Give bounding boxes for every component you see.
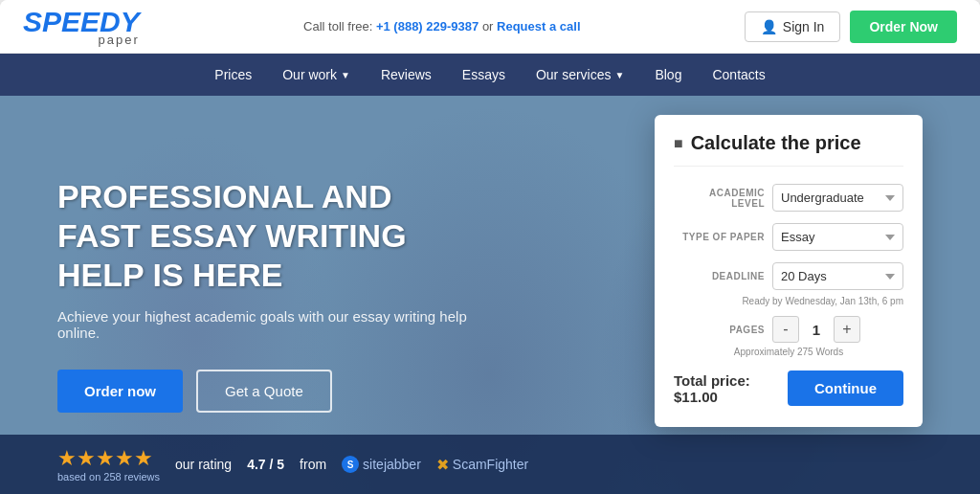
header: SPEEDY paper Call toll free: +1 (888) 22… [0, 0, 980, 54]
nav-reviews-label: Reviews [381, 67, 432, 82]
deadline-field: DEADLINE 3 Hours 6 Hours 12 Hours 24 Hou… [674, 262, 903, 290]
pages-note: Approximately 275 Words [674, 347, 903, 357]
toll-free-label: Call toll free: [303, 19, 372, 34]
nav-item-prices[interactable]: Prices [214, 67, 252, 82]
our-rating-label: our rating [175, 457, 232, 472]
star-rating: ★★★★★ [57, 446, 153, 470]
calc-footer: Total price: $11.00 Continue [674, 370, 903, 406]
calculator-icon: ■ [674, 135, 683, 152]
continue-button[interactable]: Continue [788, 370, 903, 406]
logo: SPEEDY paper [23, 6, 140, 47]
chevron-down-icon-2: ▼ [615, 70, 625, 80]
hero-title: PROFESSIONAL AND FAST ESSAY WRITING HELP… [57, 177, 479, 294]
header-right: 👤 Sign In Order Now [745, 11, 957, 43]
nav-item-our-services[interactable]: Our services ▼ [536, 67, 624, 82]
nav-item-contacts[interactable]: Contacts [712, 67, 765, 82]
hero-order-now-button[interactable]: Order now [57, 370, 183, 413]
or-text: or [482, 19, 494, 34]
scamfighter-source: ✖ ScamFighter [436, 456, 528, 474]
chevron-down-icon: ▼ [341, 70, 350, 80]
deadline-select[interactable]: 3 Hours 6 Hours 12 Hours 24 Hours 2 Days… [772, 262, 903, 290]
nav-item-reviews[interactable]: Reviews [381, 67, 432, 82]
academic-level-label: ACADEMIC LEVEL [674, 188, 765, 209]
phone-link[interactable]: +1 (888) 229-9387 [376, 19, 479, 34]
order-now-header-button[interactable]: Order Now [850, 11, 957, 43]
get-a-quote-button[interactable]: Get a Quote [196, 370, 332, 413]
navigation: Prices Our work ▼ Reviews Essays Our ser… [0, 54, 980, 96]
type-of-paper-select[interactable]: Essay Research Paper Coursework Term Pap… [772, 223, 903, 251]
sitejabber-icon: S [342, 456, 359, 473]
type-of-paper-label: TYPE OF PAPER [674, 232, 765, 242]
nav-prices-label: Prices [214, 67, 252, 82]
user-icon: 👤 [761, 19, 777, 34]
request-call-link[interactable]: Request a call [497, 19, 580, 34]
nav-item-essays[interactable]: Essays [462, 67, 505, 82]
total-price-value: $11.00 [674, 389, 718, 405]
nav-item-our-work[interactable]: Our work ▼ [282, 67, 350, 82]
nav-our-work-label: Our work [282, 67, 337, 82]
pages-controls: - 1 + [772, 316, 860, 343]
header-center: Call toll free: +1 (888) 229-9387 or Req… [303, 19, 580, 34]
hero-section: PROFESSIONAL AND FAST ESSAY WRITING HELP… [0, 96, 980, 494]
nav-item-blog[interactable]: Blog [655, 67, 681, 82]
deadline-note: Ready by Wednesday, Jan 13th, 6 pm [674, 296, 903, 306]
scamfighter-label: ScamFighter [453, 457, 528, 472]
nav-essays-label: Essays [462, 67, 505, 82]
sign-in-label: Sign In [783, 19, 825, 34]
browser-window: SPEEDY paper Call toll free: +1 (888) 22… [0, 0, 980, 494]
pages-label: PAGES [674, 325, 765, 335]
nav-blog-label: Blog [655, 67, 681, 82]
pages-decrement-button[interactable]: - [772, 316, 799, 343]
logo-paper-text: paper [23, 33, 140, 47]
based-on-label: based on 258 reviews [57, 471, 160, 483]
from-label: from [300, 457, 326, 472]
price-calculator: ■ Calculate the price ACADEMIC LEVEL Hig… [655, 115, 923, 427]
total-label: Total price: [674, 372, 750, 389]
pages-value: 1 [805, 322, 828, 338]
sitejabber-source: S sitejabber [342, 456, 421, 473]
nav-contacts-label: Contacts [712, 67, 765, 82]
deadline-label: DEADLINE [674, 271, 765, 281]
pages-field: PAGES - 1 + [674, 316, 903, 343]
academic-level-field: ACADEMIC LEVEL High School Undergraduate… [674, 184, 903, 212]
nav-our-services-label: Our services [536, 67, 612, 82]
calc-title-row: ■ Calculate the price [674, 132, 903, 167]
sign-in-button[interactable]: 👤 Sign In [745, 11, 841, 42]
academic-level-select[interactable]: High School Undergraduate Bachelor Profe… [772, 184, 903, 212]
sitejabber-label: sitejabber [363, 457, 421, 472]
type-of-paper-field: TYPE OF PAPER Essay Research Paper Cours… [674, 223, 903, 251]
hero-subtitle: Achieve your highest academic goals with… [57, 308, 479, 341]
calc-title: Calculate the price [691, 132, 861, 154]
rating-stars-block: ★★★★★ based on 258 reviews [57, 446, 160, 483]
scamfighter-icon: ✖ [436, 456, 449, 474]
hero-content: PROFESSIONAL AND FAST ESSAY WRITING HELP… [0, 177, 479, 412]
total-price-label: Total price: $11.00 [674, 372, 788, 405]
rating-score: 4.7 / 5 [247, 457, 284, 472]
hero-buttons: Order now Get a Quote [57, 370, 479, 413]
pages-increment-button[interactable]: + [834, 316, 860, 343]
rating-bar: ★★★★★ based on 258 reviews our rating 4.… [0, 435, 980, 494]
